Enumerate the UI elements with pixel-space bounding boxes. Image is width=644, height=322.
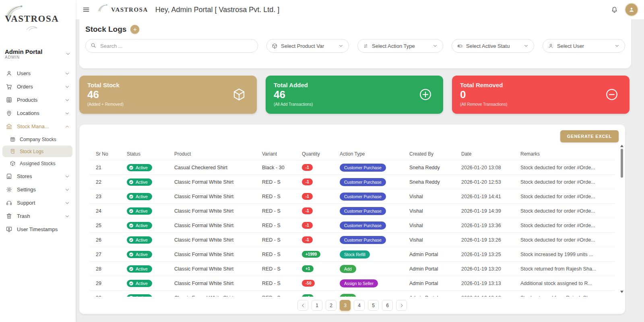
cell-created-by: Sneha Reddy [406,160,458,175]
stat-title: Total Stock [87,82,249,88]
cell-remarks: Stock returned from Rajesh Sha... [517,262,615,276]
page-button-1[interactable]: 1 [312,300,322,311]
cell-product: Classic Formal White Shirt [171,204,259,218]
brand-logo: VASTROSA [0,0,76,44]
sidebar-item-locations[interactable]: Locations [0,107,76,120]
sidebar-item-settings[interactable]: Settings [0,183,76,196]
chevron-down-icon [64,71,70,76]
store-icon [6,173,12,180]
status-badge: Active [127,236,152,244]
select-action-type[interactable]: Select Action Type [357,39,443,53]
chevron-down-icon [64,213,70,219]
sidebar-item-stock-logs[interactable]: Stock Logs [2,146,72,157]
check-circle-icon [129,295,134,297]
check-circle-icon [129,223,134,228]
products-icon [6,96,12,103]
sidebar-item-label: Products [17,97,37,103]
sidebar-item-assigned-stocks[interactable]: Assigned Stocks [2,158,72,169]
sidebar-item-label: Company Stocks [20,137,56,142]
page-button-6[interactable]: 6 [382,300,393,311]
status-badge: Active [127,265,152,273]
quantity-pill: +1 [302,294,314,297]
select-product-variant[interactable]: Select Product Var [266,39,349,53]
brand-swirl-icon [26,25,38,31]
package-icon [232,87,246,102]
column-header: Created By [406,148,458,160]
table-scroll-area: Sr NoStatusProductVariantQuantityAction … [86,148,619,297]
sidebar-item-user-timestamps[interactable]: User Timestamps [0,223,76,236]
users-icon [6,70,12,77]
status-badge: Active [127,178,152,186]
check-circle-icon [129,267,134,271]
sidebar-item-label: Settings [17,187,36,193]
sidebar-nav: Users Orders Products Locations Stock Ma [0,65,76,238]
table-row: 27ActiveClassic Formal White ShirtRED - … [89,247,615,262]
sidebar-item-label: Support [17,200,35,206]
user-icon [548,43,554,49]
sidebar-item-label: Stock Mana... [17,123,49,129]
chevron-down-icon [523,43,529,49]
table-body: 21ActiveCasual Checkered ShirtBlack - 30… [89,160,615,297]
sidebar-item-users[interactable]: Users [0,67,76,80]
sidebar-item-orders[interactable]: Orders [0,80,76,93]
header-greeting: Hey, Admin Portal [ Vastrosa Pvt. Ltd. ] [155,6,279,14]
page-button-2[interactable]: 2 [326,300,336,311]
table-row: 21ActiveCasual Checkered ShirtBlack - 30… [89,160,615,175]
cell-date: 2026-01-20 13:08 [458,160,517,175]
cell-product: Classic Formal White Shirt [171,218,259,233]
status-badge: Active [127,164,152,171]
user-avatar[interactable] [625,4,638,16]
cell-date: 2026-01-19 14:41 [458,189,517,204]
header-brand-name: VASTROSA [111,6,148,13]
profile-role: ADMIN [5,55,42,59]
sidebar-item-label: Users [17,70,31,76]
cell-created-by: Vishal [406,204,458,218]
action-type-pill: Add [340,265,356,273]
cell-created-by: Admin Portal [406,276,458,291]
chevron-up-icon [64,124,70,129]
column-header: Status [124,148,171,160]
scrollbar-down-arrow[interactable] [620,291,623,293]
sidebar-item-stock-management[interactable]: Stock Mana... [0,120,76,133]
select-user[interactable]: Select User [543,39,625,53]
column-header: Variant [259,148,299,160]
cell-sr-no: 22 [89,175,124,189]
toggle-icon [457,43,463,49]
scrollbar-up-arrow[interactable] [620,145,623,147]
page-button-5[interactable]: 5 [368,300,379,311]
column-header: Date [458,148,517,160]
cell-created-by: Admin Portal [406,247,458,262]
sidebar-item-company-stocks[interactable]: Company Stocks [2,133,72,145]
sidebar-profile[interactable]: Admin Portal ADMIN [0,44,76,65]
search-input[interactable] [85,39,258,53]
add-stock-log-button[interactable]: + [130,25,139,34]
stat-title: Total Removed [460,82,621,88]
cell-date: 2026-01-19 13:20 [458,262,517,276]
page-button-3[interactable]: 3 [340,300,351,311]
sidebar-item-support[interactable]: Support [0,196,76,209]
stat-card-total-stock: Total Stock 46 (Added + Removed) [79,76,257,114]
table-header-row: Sr NoStatusProductVariantQuantityAction … [89,148,615,160]
minus-circle-icon [605,87,619,102]
cell-product: Classic Formal White Shirt [171,233,259,247]
sidebar-item-products[interactable]: Products [0,93,76,107]
cell-date: 2026-01-19 13:26 [458,233,517,247]
sidebar-item-trash[interactable]: Trash [0,209,76,223]
quantity-pill: +1999 [302,251,320,258]
hamburger-menu-icon[interactable] [82,6,90,14]
stock-logs-table-card: GENERATE EXCEL Sr NoStatusProductVariant… [79,125,625,314]
select-active-status[interactable]: Select Active Statu [452,39,534,53]
generate-excel-button[interactable]: GENERATE EXCEL [560,130,619,142]
location-pin-icon [6,110,12,117]
profile-name: Admin Portal [5,48,42,55]
pagination-next-button[interactable] [396,300,407,311]
pagination-prev-button[interactable] [297,300,308,311]
sidebar-item-stores[interactable]: Stores [0,170,76,183]
quantity-pill: -1 [302,236,313,243]
page-button-4[interactable]: 4 [354,300,365,311]
pagination-pages: 123456 [312,300,393,311]
notifications-bell-icon[interactable] [611,6,618,14]
cell-remarks: Stock increased by 1999 units ... [517,247,615,262]
scrollbar-thumb[interactable] [621,149,623,178]
action-type-pill: Stock Refill [340,250,370,258]
